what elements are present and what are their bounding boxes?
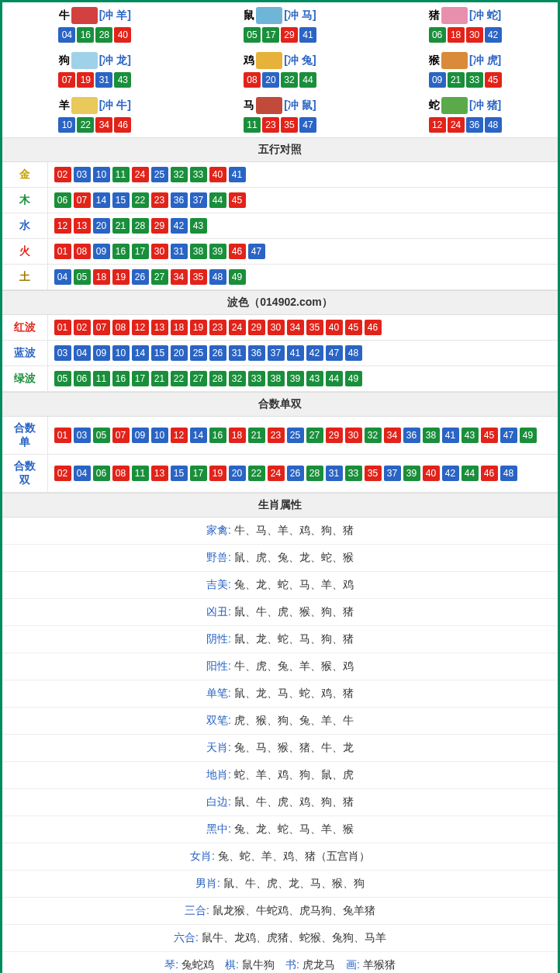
attr-value: 鼠、牛、虎、鸡、狗、猪 — [234, 795, 354, 808]
attr-key: 天肖: — [206, 741, 231, 753]
number-ball: 28 — [132, 218, 149, 234]
number-ball: 03 — [54, 345, 71, 361]
table-row: 合数双0204060811131517192022242628313335373… — [2, 455, 558, 493]
attr-row: 天肖:兔、马、猴、猪、牛、龙 — [2, 735, 558, 762]
number-ball: 05 — [54, 371, 71, 386]
number-ball: 47 — [299, 117, 316, 133]
number-ball: 09 — [429, 72, 446, 88]
number-ball: 17 — [190, 466, 207, 481]
attr-value: 虎龙马 — [302, 958, 335, 971]
number-ball: 33 — [248, 371, 265, 386]
number-ball: 07 — [74, 192, 91, 208]
number-ball: 32 — [281, 72, 298, 88]
row-balls: 0204060811131517192022242628313335373940… — [47, 455, 558, 493]
zodiac-icon — [441, 52, 468, 69]
attr-value: 鼠、牛、虎、猴、狗、猪 — [234, 605, 354, 618]
section-header-shuxing: 生肖属性 — [2, 493, 558, 518]
number-ball: 06 — [74, 371, 91, 386]
number-ball: 18 — [229, 428, 246, 443]
number-ball: 16 — [77, 27, 94, 43]
number-ball: 29 — [248, 320, 265, 335]
section-header-bose: 波色（014902.com） — [2, 290, 558, 315]
number-ball: 43 — [461, 428, 479, 443]
number-ball: 23 — [262, 117, 279, 133]
number-ball: 02 — [74, 320, 91, 335]
attr-key: 凶丑: — [206, 605, 231, 618]
attr-key: 白边: — [206, 795, 231, 808]
zodiac-cell: 马[冲 鼠]11233547 — [188, 92, 373, 137]
row-label: 绿波 — [2, 366, 47, 392]
table-row: 土04051819262734354849 — [2, 265, 558, 290]
attr-row: 女肖:兔、蛇、羊、鸡、猪（五宫肖） — [2, 843, 558, 871]
number-ball: 13 — [151, 320, 168, 335]
zodiac-cell: 羊[冲 牛]10223446 — [2, 92, 188, 137]
number-ball: 34 — [287, 320, 304, 335]
attr-value: 兔、马、猴、猪、牛、龙 — [234, 741, 354, 753]
number-ball: 08 — [74, 244, 91, 259]
attr-key: 阴性: — [206, 632, 231, 645]
attr-value: 鼠牛、龙鸡、虎猪、蛇猴、兔狗、马羊 — [202, 931, 386, 944]
page-container: 牛[冲 羊]04162840鼠[冲 马]05172941猪[冲 蛇]061830… — [0, 0, 560, 973]
number-ball: 22 — [171, 371, 188, 386]
number-ball: 04 — [74, 345, 91, 361]
number-ball: 28 — [95, 27, 112, 43]
row-label: 木 — [2, 188, 47, 213]
number-ball: 15 — [112, 192, 130, 208]
wuxing-table: 金02031011242532334041木060714152223363744… — [2, 162, 558, 290]
zodiac-cell: 狗[冲 龙]07193143 — [2, 47, 188, 92]
number-ball: 46 — [365, 320, 382, 335]
number-ball: 12 — [429, 117, 446, 133]
attr-key: 家禽: — [206, 524, 231, 536]
number-ball: 26 — [132, 269, 149, 285]
number-ball: 20 — [93, 218, 110, 234]
number-ball: 16 — [209, 428, 226, 443]
row-balls: 06071415222336374445 — [47, 188, 558, 213]
number-ball: 14 — [190, 428, 207, 443]
number-ball: 27 — [190, 371, 207, 386]
number-ball: 28 — [306, 466, 323, 481]
attr-value: 鼠、牛、虎、龙、马、猴、狗 — [223, 877, 365, 889]
number-ball: 27 — [306, 428, 323, 443]
number-ball: 36 — [403, 428, 420, 443]
number-ball: 30 — [466, 27, 483, 43]
attr-row: 地肖:蛇、羊、鸡、狗、鼠、虎 — [2, 762, 558, 789]
number-ball: 08 — [112, 466, 130, 481]
number-ball: 33 — [190, 167, 207, 182]
number-ball: 32 — [365, 428, 382, 443]
zodiac-icon — [441, 97, 468, 114]
attr-row: 男肖:鼠、牛、虎、龙、马、猴、狗 — [2, 871, 558, 898]
number-ball: 31 — [171, 244, 188, 259]
number-ball: 06 — [93, 466, 110, 481]
number-ball: 36 — [248, 345, 265, 361]
zodiac-cell: 猪[冲 蛇]06183042 — [372, 2, 558, 47]
number-ball: 47 — [248, 244, 265, 259]
attr-row: 野兽:鼠、虎、兔、龙、蛇、猴 — [2, 545, 558, 572]
number-ball: 45 — [485, 72, 502, 88]
row-balls: 02031011242532334041 — [47, 162, 558, 188]
table-row: 绿波05061116172122272832333839434449 — [2, 366, 558, 392]
zodiac-chong: [冲 虎] — [469, 54, 501, 68]
number-ball: 11 — [112, 167, 130, 182]
number-ball: 09 — [93, 345, 110, 361]
number-ball: 21 — [248, 428, 265, 443]
number-ball: 17 — [262, 27, 279, 43]
number-ball: 49 — [520, 428, 537, 443]
number-ball: 36 — [466, 117, 483, 133]
row-balls: 03040910141520252631363741424748 — [47, 341, 558, 366]
number-ball: 42 — [306, 345, 323, 361]
number-ball: 10 — [112, 345, 130, 361]
number-ball: 34 — [384, 428, 401, 443]
number-ball: 33 — [345, 466, 362, 481]
number-ball: 08 — [112, 320, 130, 335]
number-ball: 40 — [326, 320, 343, 335]
number-ball: 27 — [151, 269, 168, 285]
number-ball: 43 — [114, 72, 131, 88]
number-ball: 24 — [132, 167, 149, 182]
number-ball: 04 — [58, 27, 75, 43]
row-label: 蓝波 — [2, 341, 47, 366]
number-ball: 14 — [93, 192, 110, 208]
heshu-table: 合数单0103050709101214161821232527293032343… — [2, 417, 558, 493]
attr-key: 棋: — [225, 958, 239, 971]
number-ball: 49 — [345, 371, 362, 386]
attr-key: 男肖: — [195, 877, 220, 889]
